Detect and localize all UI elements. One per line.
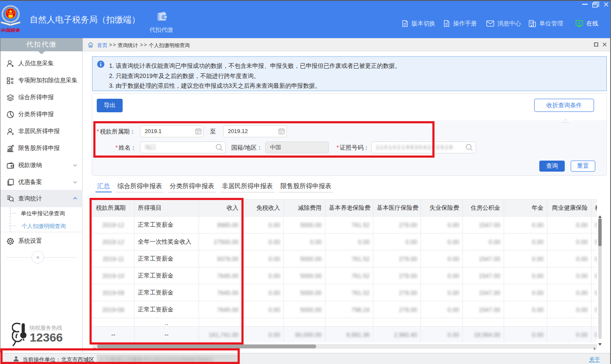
- svg-text:12366: 12366: [30, 331, 63, 344]
- svg-text:中国税务: 中国税务: [0, 28, 21, 32]
- svg-text:纳税服务热线: 纳税服务热线: [29, 325, 62, 331]
